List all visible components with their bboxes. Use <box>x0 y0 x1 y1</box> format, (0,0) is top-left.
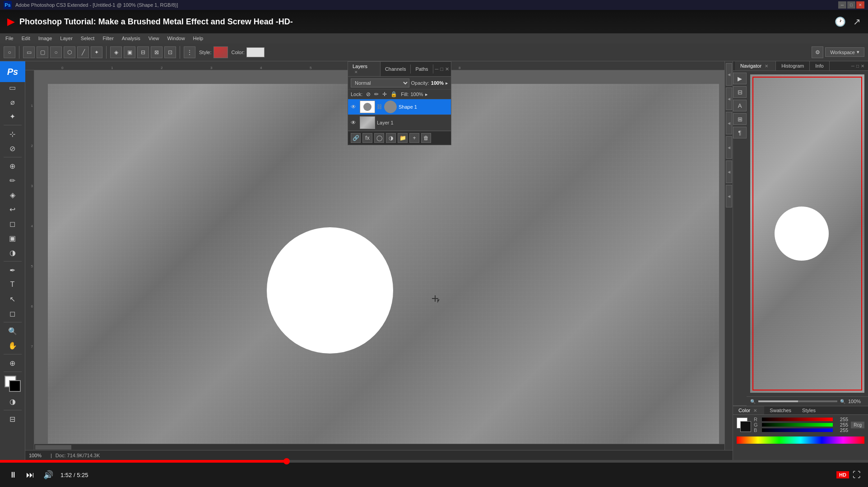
skip-forward-button[interactable]: ⏭ <box>24 470 36 480</box>
tab-color[interactable]: Color ✕ <box>733 406 764 414</box>
panel-collapse-2[interactable]: ◀ <box>726 87 732 110</box>
tab-layers[interactable]: Layers ✕ <box>348 62 381 76</box>
intersect-btn[interactable]: ⊠ <box>151 46 162 58</box>
minimize-button[interactable]: ─ <box>838 1 846 9</box>
brush-tool[interactable]: ✏ <box>5 174 20 187</box>
lock-all-icon[interactable]: 🔒 <box>390 91 397 97</box>
shape-line-btn[interactable]: ╱ <box>77 46 89 58</box>
eyedropper-tool[interactable]: ⊘ <box>5 142 20 155</box>
close-button[interactable]: ✕ <box>856 1 864 9</box>
menu-analysis[interactable]: Analysis <box>118 35 144 42</box>
fill-expand-icon[interactable]: ▸ <box>425 92 428 97</box>
nav-tool-3[interactable]: A <box>733 100 747 111</box>
tab-swatches[interactable]: Swatches <box>764 406 797 414</box>
panel-collapse-1[interactable]: ◀ <box>726 63 732 86</box>
exclude-btn[interactable]: ⊡ <box>164 46 176 58</box>
quick-mask-btn[interactable]: ◑ <box>5 395 20 408</box>
zoom-slider[interactable] <box>758 400 837 402</box>
zoom-tool[interactable]: 🔍 <box>5 324 20 338</box>
screen-mode-btn[interactable]: ⊟ <box>5 412 20 426</box>
type-tool[interactable]: T <box>5 278 20 291</box>
new-layer-btn[interactable]: + <box>409 133 419 143</box>
progress-bar[interactable] <box>0 460 868 463</box>
fg-bg-swatch[interactable] <box>737 418 751 432</box>
fullscreen-button[interactable]: ⛶ <box>853 470 861 480</box>
adjustment-btn[interactable]: ◑ <box>386 133 396 143</box>
layer-item-shape1[interactable]: 👁 ⛓ Shape 1 <box>348 99 451 115</box>
subtract-btn[interactable]: ⊟ <box>137 46 149 58</box>
layers-panel-minimize[interactable]: ─ <box>435 66 439 72</box>
nav-panel-maximize[interactable]: □ <box>856 64 859 69</box>
quality-badge[interactable]: HD <box>836 471 849 478</box>
navigator-tab-close[interactable]: ✕ <box>763 64 770 69</box>
path-btn[interactable]: ◈ <box>110 46 122 58</box>
panel-collapse-6[interactable]: ◀ <box>726 185 732 207</box>
lasso-tool[interactable]: ⌀ <box>5 95 20 109</box>
style-selector[interactable] <box>214 46 228 58</box>
lock-transparent-icon[interactable]: ⊘ <box>366 91 371 97</box>
nav-viewport-indicator[interactable] <box>752 77 862 391</box>
g-slider[interactable] <box>762 423 833 427</box>
layer-eye-icon-layer1[interactable]: 👁 <box>351 119 358 126</box>
shape-circle-btn[interactable]: ○ <box>50 46 62 58</box>
layers-panel-close[interactable]: ✕ <box>445 66 449 72</box>
scrollbar-thumb-h[interactable] <box>35 445 71 450</box>
layer-chain-icon[interactable]: ⛓ <box>377 104 382 110</box>
nav-panel-close[interactable]: ✕ <box>861 64 864 69</box>
tab-channels[interactable]: Channels <box>381 64 411 74</box>
nav-tool-2[interactable]: ⊟ <box>733 86 747 98</box>
quick-select-tool[interactable]: ✦ <box>5 110 20 123</box>
menu-window[interactable]: Window <box>163 35 188 42</box>
menu-layer[interactable]: Layer <box>56 35 76 42</box>
menu-select[interactable]: Select <box>77 35 98 42</box>
gradient-tool[interactable]: ▣ <box>5 231 20 245</box>
zoom-tool-bottom[interactable]: ⊕ <box>5 356 20 370</box>
rectangle-select-tool[interactable]: ▭ <box>5 81 20 94</box>
menu-filter[interactable]: Filter <box>99 35 117 42</box>
nav-tool-1[interactable]: ▶ <box>733 73 747 84</box>
r-slider[interactable] <box>762 418 833 421</box>
b-slider[interactable] <box>762 428 833 432</box>
zoom-out-icon[interactable]: 🔍 <box>750 399 756 404</box>
add-mask-btn[interactable]: ◯ <box>374 133 384 143</box>
shape-poly-btn[interactable]: ⬡ <box>64 46 75 58</box>
zoom-in-icon[interactable]: 🔍 <box>840 399 845 404</box>
panel-collapse-3[interactable]: ◀ <box>726 112 732 134</box>
shape-rounded-btn[interactable]: ▢ <box>37 46 48 58</box>
clone-tool[interactable]: ◈ <box>5 188 20 202</box>
menu-file[interactable]: File <box>2 35 17 42</box>
layers-tab-close[interactable]: ✕ <box>353 70 360 74</box>
clock-icon[interactable]: 🕐 <box>835 16 846 27</box>
layer-eye-icon-shape1[interactable]: 👁 <box>351 104 358 110</box>
color-spectrum-bar[interactable] <box>737 436 864 444</box>
fg-bg-color-picker[interactable] <box>5 376 21 392</box>
opacity-expand-icon[interactable]: ▸ <box>446 80 448 86</box>
delete-layer-btn[interactable]: 🗑 <box>421 133 431 143</box>
crop-tool[interactable]: ⊹ <box>5 127 20 141</box>
lock-image-icon[interactable]: ✏ <box>374 91 379 97</box>
align-btn[interactable]: ⋮ <box>184 46 195 58</box>
menu-help[interactable]: Help <box>190 35 207 42</box>
nav-tool-4[interactable]: ⊞ <box>733 113 747 125</box>
horizontal-scrollbar[interactable] <box>34 444 726 450</box>
tab-paths[interactable]: Paths <box>411 64 433 74</box>
volume-button[interactable]: 🔊 <box>42 470 55 480</box>
play-pause-button[interactable]: ⏸ <box>7 470 19 480</box>
panel-collapse-4[interactable]: ◀ <box>726 136 732 159</box>
share-icon[interactable]: ↗ <box>853 16 861 27</box>
link-layers-btn[interactable]: 🔗 <box>351 133 361 143</box>
shape-rect-btn[interactable]: ▭ <box>23 46 35 58</box>
menu-view[interactable]: View <box>145 35 163 42</box>
tab-info[interactable]: Info <box>810 61 829 70</box>
workspace-settings-btn[interactable]: ⚙ <box>812 46 823 58</box>
path-select-tool[interactable]: ↖ <box>5 292 20 306</box>
hand-tool[interactable]: ✋ <box>5 339 20 352</box>
panel-collapse-5[interactable]: ◀ <box>726 161 732 183</box>
blend-mode-select[interactable]: Normal <box>351 78 409 87</box>
color-tab-close[interactable]: ✕ <box>752 408 759 413</box>
shape-custom-btn[interactable]: ✦ <box>91 46 102 58</box>
maximize-button[interactable]: □ <box>847 1 855 9</box>
nav-panel-minimize[interactable]: ─ <box>851 64 854 69</box>
rcg-button[interactable]: Rcg <box>851 422 864 428</box>
folder-btn[interactable]: 📁 <box>398 133 408 143</box>
